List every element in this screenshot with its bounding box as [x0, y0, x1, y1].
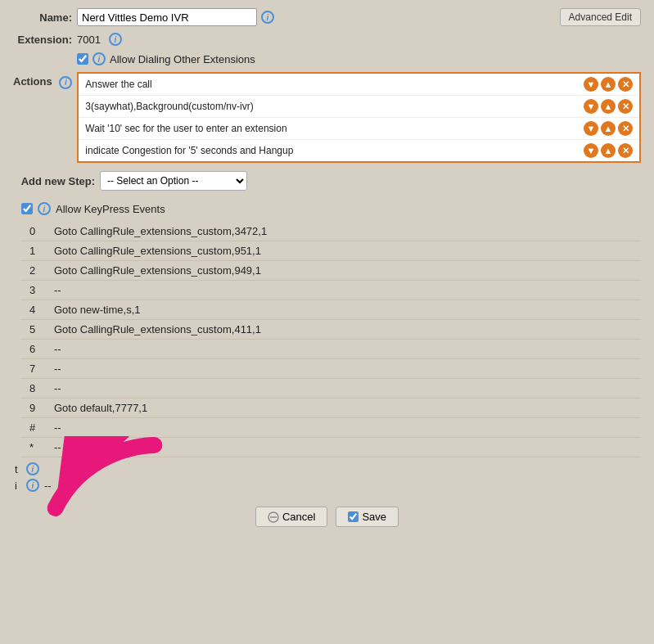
- keypress-key: 8: [21, 382, 54, 394]
- action-remove-button[interactable]: ✕: [618, 121, 633, 136]
- allow-dialing-info-icon: i: [92, 52, 106, 65]
- action-remove-button[interactable]: ✕: [618, 99, 633, 114]
- keypress-value: --: [54, 441, 61, 453]
- cancel-label: Cancel: [282, 511, 315, 523]
- t-info-icon: i: [26, 462, 39, 475]
- action-row: Wait '10' sec for the user to enter an e…: [79, 118, 639, 140]
- footer-buttons: Cancel Save: [13, 507, 641, 527]
- extension-label: Extension:: [13, 34, 72, 46]
- keypress-section: 0 Goto CallingRule_extensions_custom,347…: [21, 222, 641, 457]
- action-row: 3(saywhat),Background(custom/nv-ivr) ▼ ▲…: [79, 96, 639, 118]
- name-input[interactable]: [77, 8, 257, 26]
- keypress-value: --: [54, 363, 61, 375]
- list-item: 6 --: [21, 340, 641, 359]
- i-label: i: [13, 480, 25, 492]
- keypress-key: *: [21, 441, 54, 453]
- save-button[interactable]: Save: [336, 507, 399, 527]
- keypress-value: Goto CallingRule_extensions_custom,3472,…: [54, 225, 267, 237]
- list-item: 5 Goto CallingRule_extensions_custom,411…: [21, 320, 641, 340]
- list-item: 3 --: [21, 281, 641, 300]
- add-step-label: Add new Step:: [13, 175, 95, 187]
- action-remove-button[interactable]: ✕: [618, 77, 633, 92]
- keypress-key: 1: [21, 245, 54, 257]
- keypress-value: Goto CallingRule_extensions_custom,951,1: [54, 245, 261, 257]
- name-row: Name: i Advanced Edit: [13, 8, 641, 26]
- action-icons: ▼ ▲ ✕: [584, 121, 633, 136]
- action-down-button[interactable]: ▼: [584, 99, 598, 114]
- list-item: # --: [21, 418, 641, 438]
- keypress-value: --: [54, 343, 61, 355]
- bottom-section: t i i i --: [13, 461, 641, 493]
- action-remove-button[interactable]: ✕: [618, 143, 633, 158]
- keypress-info-icon: i: [38, 202, 51, 215]
- keypress-key: 3: [21, 284, 54, 296]
- action-up-button[interactable]: ▲: [601, 121, 616, 136]
- i-value: --: [44, 480, 52, 492]
- list-item: 2 Goto CallingRule_extensions_custom,949…: [21, 261, 641, 281]
- name-info-icon: i: [261, 11, 274, 24]
- keypress-value: --: [54, 382, 61, 394]
- bottom-t-row: t i: [13, 461, 641, 477]
- actions-table: Answer the call ▼ ▲ ✕ 3(saywhat),Backgro…: [77, 72, 641, 163]
- action-text: indicate Congestion for '5' seconds and …: [85, 145, 584, 156]
- add-step-row: Add new Step: -- Select an Option --: [13, 171, 641, 191]
- action-text: 3(saywhat),Background(custom/nv-ivr): [85, 101, 584, 112]
- keypress-value: --: [54, 421, 61, 434]
- list-item: 7 --: [21, 359, 641, 379]
- action-row: indicate Congestion for '5' seconds and …: [79, 140, 639, 161]
- extension-row: Extension: 7001 i: [13, 33, 641, 46]
- bottom-i-row: i i --: [13, 477, 641, 493]
- keypress-key: 0: [21, 225, 54, 237]
- action-row: Answer the call ▼ ▲ ✕: [79, 74, 639, 96]
- actions-info-icon: i: [59, 76, 72, 89]
- actions-label: Actions i: [13, 72, 72, 89]
- action-down-button[interactable]: ▼: [584, 143, 598, 158]
- extension-value: 7001: [77, 34, 101, 46]
- keypress-checkbox[interactable]: [21, 203, 33, 214]
- keypress-header: i Allow KeyPress Events: [13, 202, 641, 215]
- actions-section: Actions i Answer the call ▼ ▲ ✕ 3(saywha…: [13, 72, 641, 163]
- t-label: t: [13, 463, 25, 475]
- allow-dialing-label: Allow Dialing Other Extensions: [110, 53, 255, 65]
- keypress-value: Goto new-time,s,1: [54, 304, 141, 316]
- cancel-icon: [268, 511, 279, 523]
- action-text: Answer the call: [85, 79, 584, 90]
- cancel-button[interactable]: Cancel: [255, 507, 327, 527]
- action-icons: ▼ ▲ ✕: [584, 143, 633, 158]
- list-item: * --: [21, 438, 641, 457]
- list-item: 9 Goto default,7777,1: [21, 399, 641, 418]
- action-icons: ▼ ▲ ✕: [584, 77, 633, 92]
- save-checkbox-icon: [348, 511, 359, 522]
- keypress-key: 9: [21, 402, 54, 414]
- action-icons: ▼ ▲ ✕: [584, 99, 633, 114]
- i-info-icon: i: [26, 479, 39, 492]
- list-item: 4 Goto new-time,s,1: [21, 300, 641, 320]
- keypress-key: 4: [21, 304, 54, 316]
- add-step-select[interactable]: -- Select an Option --: [100, 171, 247, 191]
- action-up-button[interactable]: ▲: [601, 99, 616, 114]
- name-label: Name:: [13, 11, 72, 24]
- action-text: Wait '10' sec for the user to enter an e…: [85, 123, 584, 134]
- keypress-value: --: [54, 284, 61, 296]
- list-item: 0 Goto CallingRule_extensions_custom,347…: [21, 222, 641, 241]
- action-down-button[interactable]: ▼: [584, 77, 598, 92]
- action-up-button[interactable]: ▲: [601, 77, 616, 92]
- keypress-key: 7: [21, 363, 54, 375]
- keypress-value: Goto CallingRule_extensions_custom,949,1: [54, 264, 261, 277]
- advanced-edit-button[interactable]: Advanced Edit: [560, 8, 641, 26]
- keypress-key: 5: [21, 323, 54, 336]
- keypress-label: Allow KeyPress Events: [56, 203, 165, 215]
- keypress-value: Goto default,7777,1: [54, 402, 147, 414]
- keypress-value: Goto CallingRule_extensions_custom,411,1: [54, 323, 261, 336]
- list-item: 1 Goto CallingRule_extensions_custom,951…: [21, 241, 641, 261]
- action-down-button[interactable]: ▼: [584, 121, 598, 136]
- keypress-key: #: [21, 421, 54, 434]
- action-up-button[interactable]: ▲: [601, 143, 616, 158]
- keypress-key: 2: [21, 264, 54, 277]
- allow-dialing-checkbox[interactable]: [77, 53, 88, 65]
- save-label: Save: [362, 511, 386, 523]
- extension-info-icon: i: [109, 33, 122, 46]
- keypress-table: 0 Goto CallingRule_extensions_custom,347…: [21, 222, 641, 457]
- allow-dialing-row: i Allow Dialing Other Extensions: [77, 52, 641, 65]
- list-item: 8 --: [21, 379, 641, 399]
